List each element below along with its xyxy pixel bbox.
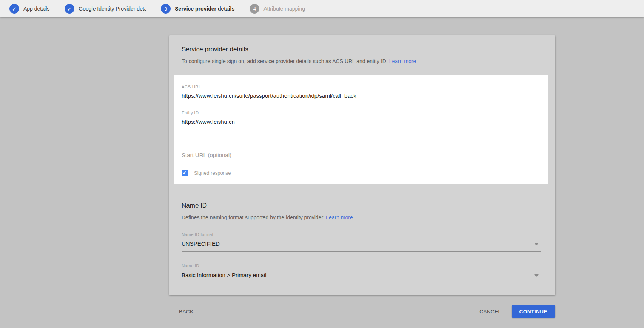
description-text: To configure single sign on, add service… <box>182 58 388 64</box>
stepper-step-google-idp-details[interactable]: ✓ Google Identity Provider details <box>65 4 146 14</box>
sp-fields-panel: ACS URL Entity ID Signed response <box>174 75 548 184</box>
name-id-value[interactable]: Basic Information > Primary email <box>182 268 541 283</box>
step-label: Service provider details <box>175 6 234 12</box>
step-label: Attribute mapping <box>263 6 305 12</box>
step-separator: — <box>54 6 60 12</box>
learn-more-link[interactable]: Learn more <box>389 58 416 64</box>
check-icon: ✓ <box>12 6 17 12</box>
name-id-title: Name ID <box>182 202 541 209</box>
acs-url-field: ACS URL <box>182 85 544 103</box>
stepper-step-app-details[interactable]: ✓ App details <box>9 4 49 14</box>
name-id-format-value[interactable]: UNSPECIFIED <box>182 237 541 252</box>
acs-url-label: ACS URL <box>182 85 544 89</box>
wizard-footer: BACK CANCEL CONTINUE <box>169 305 555 318</box>
step-separator: — <box>151 6 156 12</box>
check-icon: ✓ <box>67 6 72 12</box>
start-url-input[interactable] <box>182 146 544 162</box>
description-text: Defines the naming format supported by t… <box>182 214 324 220</box>
wizard-stepper-bar: ✓ App details — ✓ Google Identity Provid… <box>0 0 644 17</box>
name-id-label: Name ID <box>182 263 541 268</box>
entity-id-input[interactable] <box>182 115 544 129</box>
acs-url-input[interactable] <box>182 89 544 103</box>
name-id-description: Defines the naming format supported by t… <box>182 214 541 220</box>
step-number: 3 <box>165 6 167 12</box>
check-icon <box>183 170 186 174</box>
entity-id-field: Entity ID <box>182 111 544 129</box>
step-separator: — <box>239 6 245 12</box>
name-id-format-select[interactable]: Name ID format UNSPECIFIED <box>182 232 541 252</box>
step-number-circle: 4 <box>250 4 259 14</box>
step-label: Google Identity Provider details <box>79 6 146 12</box>
name-id-select[interactable]: Name ID Basic Information > Primary emai… <box>182 263 541 283</box>
entity-id-label: Entity ID <box>182 111 544 115</box>
name-id-format-label: Name ID format <box>182 232 541 237</box>
chevron-down-icon[interactable] <box>534 243 539 245</box>
back-button[interactable]: BACK <box>179 309 193 314</box>
step-complete-circle: ✓ <box>65 4 74 14</box>
signed-response-label: Signed response <box>194 170 231 176</box>
signed-response-row: Signed response <box>182 170 544 176</box>
continue-button[interactable]: CONTINUE <box>512 305 556 318</box>
step-number: 4 <box>253 6 256 12</box>
service-provider-details-card: Service provider details To configure si… <box>169 35 555 295</box>
cancel-button[interactable]: CANCEL <box>479 309 501 314</box>
stepper-step-attribute-mapping[interactable]: 4 Attribute mapping <box>250 4 305 14</box>
name-id-section: Name ID Defines the naming format suppor… <box>169 184 555 283</box>
page-title: Service provider details <box>182 46 541 53</box>
service-provider-section-header: Service provider details To configure si… <box>169 35 555 64</box>
learn-more-link[interactable]: Learn more <box>326 214 353 220</box>
section-description: To configure single sign on, add service… <box>182 58 541 64</box>
step-complete-circle: ✓ <box>9 4 19 14</box>
signed-response-checkbox[interactable] <box>182 170 188 176</box>
stepper-step-service-provider-details[interactable]: 3 Service provider details <box>161 4 234 14</box>
chevron-down-icon[interactable] <box>534 274 539 277</box>
start-url-field <box>182 146 544 162</box>
step-label: App details <box>23 6 49 12</box>
step-number-circle: 3 <box>161 4 171 14</box>
